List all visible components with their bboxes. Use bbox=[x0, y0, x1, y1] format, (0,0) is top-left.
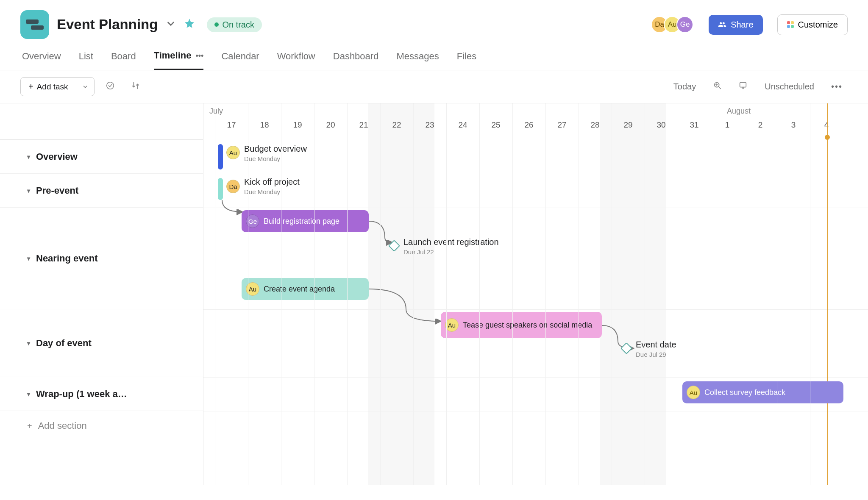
timeline-chart[interactable]: JulyAugust 17181920212223242526272829303… bbox=[203, 103, 868, 485]
month-label: August bbox=[727, 107, 751, 116]
task-due: Due Jul 29 bbox=[636, 351, 666, 358]
task-bar-build-registration[interactable]: Ge Build registration page bbox=[242, 210, 369, 232]
task-bar-create-agenda[interactable]: Au Create event agenda bbox=[242, 278, 369, 300]
task-bar-collect-survey[interactable]: Au Collect survey feedback bbox=[682, 381, 843, 403]
sort-icon[interactable] bbox=[126, 78, 145, 96]
plus-icon: + bbox=[27, 421, 32, 431]
add-task-button[interactable]: + Add task bbox=[21, 78, 76, 96]
task-bar-tease-speakers[interactable]: Au Tease guest speakers on social media bbox=[441, 312, 602, 338]
people-icon bbox=[718, 20, 726, 29]
add-task-dropdown[interactable] bbox=[76, 78, 94, 96]
more-icon[interactable]: ••• bbox=[826, 78, 848, 95]
tab-dashboard[interactable]: Dashboard bbox=[333, 50, 379, 70]
task-title[interactable]: Budget overview bbox=[244, 144, 307, 154]
project-title: Event Planning bbox=[57, 17, 158, 33]
task-title[interactable]: Launch event registration bbox=[403, 237, 499, 247]
section-day-of-event[interactable]: ▾Day of event bbox=[0, 309, 203, 377]
day-column-header: 17 bbox=[215, 120, 248, 130]
tab-board[interactable]: Board bbox=[111, 50, 136, 70]
day-column-header: 27 bbox=[545, 120, 579, 130]
tab-workflow[interactable]: Workflow bbox=[277, 50, 315, 70]
day-column-header: 1 bbox=[711, 120, 744, 130]
star-icon[interactable] bbox=[184, 18, 195, 32]
task-title[interactable]: Kick off project bbox=[244, 177, 300, 187]
day-column-header: 31 bbox=[678, 120, 711, 130]
day-column-header: 22 bbox=[380, 120, 413, 130]
task-due: Due Monday bbox=[244, 188, 280, 195]
chevron-down-icon[interactable] bbox=[165, 18, 176, 31]
status-badge[interactable]: On track bbox=[207, 17, 262, 32]
day-column-header: 20 bbox=[314, 120, 347, 130]
section-label: Nearing event bbox=[36, 253, 98, 264]
timeline-sidebar: ▾Overview▾Pre-event▾Nearing event▾Day of… bbox=[0, 103, 203, 485]
unscheduled-button[interactable]: Unscheduled bbox=[759, 78, 820, 95]
avatar-group[interactable]: DaAuGe bbox=[655, 16, 693, 33]
project-icon[interactable] bbox=[20, 10, 49, 39]
color-icon[interactable] bbox=[733, 78, 753, 96]
tab-files[interactable]: Files bbox=[457, 50, 476, 70]
tab-list[interactable]: List bbox=[79, 50, 93, 70]
share-button[interactable]: Share bbox=[709, 15, 762, 35]
today-indicator bbox=[827, 103, 828, 485]
tabs-bar: OverviewListBoardTimeline•••CalendarWork… bbox=[0, 43, 868, 70]
day-column-header: 30 bbox=[645, 120, 678, 130]
caret-down-icon: ▾ bbox=[27, 153, 30, 160]
today-button[interactable]: Today bbox=[668, 78, 702, 95]
section-pre-event[interactable]: ▾Pre-event bbox=[0, 174, 203, 208]
check-circle-icon[interactable] bbox=[100, 78, 120, 96]
tab-messages[interactable]: Messages bbox=[396, 50, 439, 70]
day-column-header: 2 bbox=[744, 120, 777, 130]
task-title: Tease guest speakers on social media bbox=[463, 321, 592, 330]
share-label: Share bbox=[731, 20, 753, 30]
section-overview[interactable]: ▾Overview bbox=[0, 140, 203, 174]
day-column-header: 24 bbox=[446, 120, 479, 130]
caret-down-icon: ▾ bbox=[27, 255, 30, 262]
task-title: Create event agenda bbox=[264, 285, 335, 294]
add-task-button-group: + Add task bbox=[20, 77, 95, 96]
task-title[interactable]: Event date bbox=[636, 340, 676, 350]
customize-label: Customize bbox=[798, 20, 838, 30]
plus-icon: + bbox=[28, 82, 33, 92]
avatar: Au bbox=[445, 318, 459, 332]
section-nearing-event[interactable]: ▾Nearing event bbox=[0, 208, 203, 309]
task-due: Due Jul 22 bbox=[403, 248, 434, 256]
avatar: Au bbox=[226, 146, 240, 159]
section-label: Pre-event bbox=[36, 185, 78, 196]
dependency-arrow-icon bbox=[368, 288, 444, 326]
task-bar-budget-pill[interactable] bbox=[218, 144, 223, 169]
day-column-header: 21 bbox=[347, 120, 380, 130]
day-column-header: 19 bbox=[281, 120, 314, 130]
tab-timeline[interactable]: Timeline••• bbox=[154, 50, 204, 70]
section-label: Overview bbox=[36, 151, 78, 162]
caret-down-icon: ▾ bbox=[27, 391, 30, 397]
status-label: On track bbox=[222, 20, 254, 30]
status-dot-icon bbox=[214, 22, 219, 27]
customize-icon bbox=[787, 21, 794, 28]
caret-down-icon: ▾ bbox=[27, 187, 30, 194]
day-column-header: 18 bbox=[248, 120, 281, 130]
day-column-header: 25 bbox=[479, 120, 512, 130]
section-label: Wrap-up (1 week a… bbox=[36, 389, 127, 400]
zoom-icon[interactable] bbox=[708, 78, 727, 96]
svg-rect-2 bbox=[740, 83, 746, 87]
tab-more-icon[interactable]: ••• bbox=[196, 51, 204, 60]
caret-down-icon: ▾ bbox=[27, 340, 30, 347]
task-title: Build registration page bbox=[264, 217, 339, 226]
day-column-header: 4 bbox=[810, 120, 843, 130]
add-section-button[interactable]: +Add section bbox=[0, 411, 203, 441]
task-title: Collect survey feedback bbox=[704, 388, 785, 397]
add-section-label: Add section bbox=[38, 420, 87, 431]
customize-button[interactable]: Customize bbox=[777, 14, 848, 35]
avatar[interactable]: Ge bbox=[676, 16, 693, 33]
day-column-header: 23 bbox=[413, 120, 446, 130]
day-column-header: 26 bbox=[512, 120, 545, 130]
svg-point-0 bbox=[106, 82, 114, 89]
tab-overview[interactable]: Overview bbox=[22, 50, 61, 70]
chevron-down-icon bbox=[82, 84, 88, 90]
task-due: Due Monday bbox=[244, 155, 280, 162]
section-label: Day of event bbox=[36, 338, 92, 349]
section-wrap-up-week-a-[interactable]: ▾Wrap-up (1 week a… bbox=[0, 377, 203, 411]
add-task-label: Add task bbox=[37, 82, 68, 92]
today-dot-icon bbox=[825, 135, 830, 140]
tab-calendar[interactable]: Calendar bbox=[221, 50, 259, 70]
